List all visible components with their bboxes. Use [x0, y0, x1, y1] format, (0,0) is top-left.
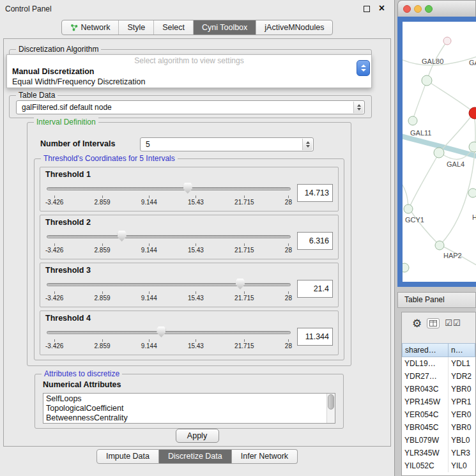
network-node[interactable]	[404, 204, 413, 213]
close-traffic-light[interactable]	[403, 5, 411, 13]
tab-cyni-toolbox[interactable]: Cyni Toolbox	[193, 20, 256, 35]
threshold-slider[interactable]: -3.4262.8599.14415.4321.71528	[45, 180, 292, 209]
table-row[interactable]: YER054CYER0	[402, 408, 475, 421]
threshold-slider[interactable]: -3.4262.8599.14415.4321.71528	[45, 323, 292, 353]
network-icon	[70, 24, 78, 31]
cell-shared-name: YBR043C	[402, 383, 449, 395]
attribute-item-betweennesscentrality[interactable]: BetweennessCentrality	[46, 413, 326, 423]
network-node[interactable]	[434, 148, 444, 158]
threshold-value-field[interactable]	[297, 280, 333, 298]
apply-button[interactable]: Apply	[176, 429, 219, 443]
cell-shared-name: YLR345W	[402, 447, 449, 459]
column-header-1[interactable]: shared…	[402, 343, 449, 357]
tab-infer-network[interactable]: Infer Network	[232, 449, 298, 464]
network-node[interactable]	[443, 37, 451, 45]
table-row[interactable]: YPR145WYPR1	[402, 395, 475, 408]
algorithm-combo-stepper[interactable]	[357, 60, 370, 76]
slider-thumb[interactable]	[118, 231, 127, 242]
table-row[interactable]: YDL19…YDL1	[402, 357, 475, 370]
table-row[interactable]: YBR043CYBR0	[402, 383, 475, 395]
tab-discretize-data[interactable]: Discretize Data	[159, 449, 232, 464]
threshold-body: -3.4262.8599.14415.4321.71528	[40, 180, 338, 211]
float-window-icon[interactable]	[364, 6, 370, 12]
tick-label: 15.43	[188, 295, 204, 302]
threshold-value-field[interactable]	[297, 328, 333, 346]
algorithm-option-equal-width-frequency-discretization[interactable]: Equal Width/Frequency Discretization	[7, 77, 371, 87]
table-data-group: Table Data galFiltered.sif default node	[9, 95, 372, 118]
tab-select[interactable]: Select	[153, 20, 193, 35]
tab-impute-data[interactable]: Impute Data	[96, 449, 159, 464]
tab-label: Network	[81, 23, 111, 32]
node-label-hap2: HAP2	[443, 252, 462, 259]
table-row[interactable]: YLR345WYLR3	[402, 447, 475, 459]
scrollbar-thumb[interactable]	[328, 394, 334, 410]
combo-stepper[interactable]	[302, 139, 312, 150]
tick-label: 9.144	[141, 342, 157, 349]
num-intervals-combo[interactable]: 5	[140, 137, 314, 151]
column-header-2[interactable]: n…	[449, 343, 475, 357]
table-row[interactable]: YBL079WYBL0	[402, 434, 475, 447]
slider-track[interactable]	[47, 187, 291, 190]
threshold-slider[interactable]: -3.4262.8599.14415.4321.71528	[45, 275, 292, 305]
slider-track[interactable]	[47, 235, 291, 238]
tick: -3.426	[45, 243, 63, 254]
table-row[interactable]: YIL052CYIL0	[402, 459, 475, 472]
slider-track[interactable]	[47, 283, 291, 286]
gear-icon[interactable]: ⚙	[412, 318, 422, 329]
tick-mark	[54, 196, 55, 198]
panel-title: Control Panel	[5, 4, 52, 13]
tick-label: 2.859	[95, 199, 111, 206]
network-window-titlebar[interactable]	[397, 0, 476, 17]
network-canvas[interactable]: GAL80GAGAL11GAL4GCY1HHAP2	[403, 22, 476, 282]
tab-jactivemnodules[interactable]: jActiveMNodules	[256, 20, 332, 35]
attribute-item-topologicalcoefficient[interactable]: TopologicalCoefficient	[46, 404, 326, 413]
algorithm-option-manual-discretization[interactable]: Manual Discretization	[7, 66, 371, 77]
attribute-item-selfloops[interactable]: SelfLoops	[46, 394, 326, 404]
tick-mark	[288, 291, 289, 294]
slider-thumb[interactable]	[157, 326, 165, 337]
cell-shared-name: YBR045C	[402, 421, 449, 434]
checkbox-checked-icon[interactable]: ☑	[445, 319, 452, 328]
table-data-combo[interactable]: galFiltered.sif default node	[16, 100, 365, 114]
threshold-group-threshold-4: Threshold 4-3.4262.8599.14415.4321.71528	[40, 311, 339, 355]
table-panel-header[interactable]: Table Panel	[397, 292, 476, 308]
network-node[interactable]	[408, 116, 417, 125]
tab-style[interactable]: Style	[118, 20, 153, 35]
tick-mark	[149, 243, 150, 246]
threshold-value-field[interactable]	[297, 232, 333, 250]
slider-thumb[interactable]	[236, 279, 245, 289]
stepper-up-icon	[361, 65, 366, 67]
slider-track[interactable]	[47, 331, 291, 334]
num-intervals-label: Number of Intervals	[40, 139, 115, 148]
combo-stepper[interactable]	[353, 102, 364, 113]
bottom-tabs: Impute DataDiscretize DataInfer Network	[0, 449, 394, 464]
tick-label: 21.715	[234, 199, 254, 206]
tick: 9.144	[141, 339, 157, 349]
network-node[interactable]	[403, 263, 409, 272]
tab-network[interactable]: Network	[62, 20, 119, 35]
numerical-attributes-list[interactable]: SelfLoopsTopologicalCoefficientBetweenne…	[43, 393, 335, 424]
threshold-value-field[interactable]	[297, 184, 333, 202]
network-node[interactable]	[422, 75, 432, 86]
columns-icon[interactable]	[427, 318, 440, 328]
network-node[interactable]	[435, 241, 444, 250]
list-scrollbar[interactable]	[326, 394, 335, 423]
threshold-slider[interactable]: -3.4262.8599.14415.4321.71528	[45, 227, 292, 257]
cell-shared-name: YER054C	[402, 408, 449, 421]
cell-shared-name: YDR27…	[402, 370, 449, 383]
network-node[interactable]	[468, 188, 476, 197]
table-row[interactable]: YDR27…YDR2	[402, 370, 475, 383]
thresholds-title: Threshold's Coordinates for 5 Intervals	[41, 154, 178, 163]
table-row[interactable]: YBR045CYBR0	[402, 421, 475, 434]
tick: 15.43	[188, 291, 204, 302]
zoom-traffic-light[interactable]	[425, 5, 433, 13]
minimize-traffic-light[interactable]	[414, 5, 422, 13]
tick-mark	[196, 291, 196, 294]
popup-prompt: Select algorithm to view settings	[7, 56, 371, 66]
checkbox-checked-icon[interactable]: ☑	[453, 319, 461, 328]
close-panel-icon[interactable]: ×	[379, 3, 385, 14]
network-node[interactable]	[469, 142, 476, 152]
slider-thumb[interactable]	[183, 183, 192, 194]
stepper-down-icon	[357, 108, 361, 111]
threshold-label: Threshold 1	[45, 170, 91, 179]
